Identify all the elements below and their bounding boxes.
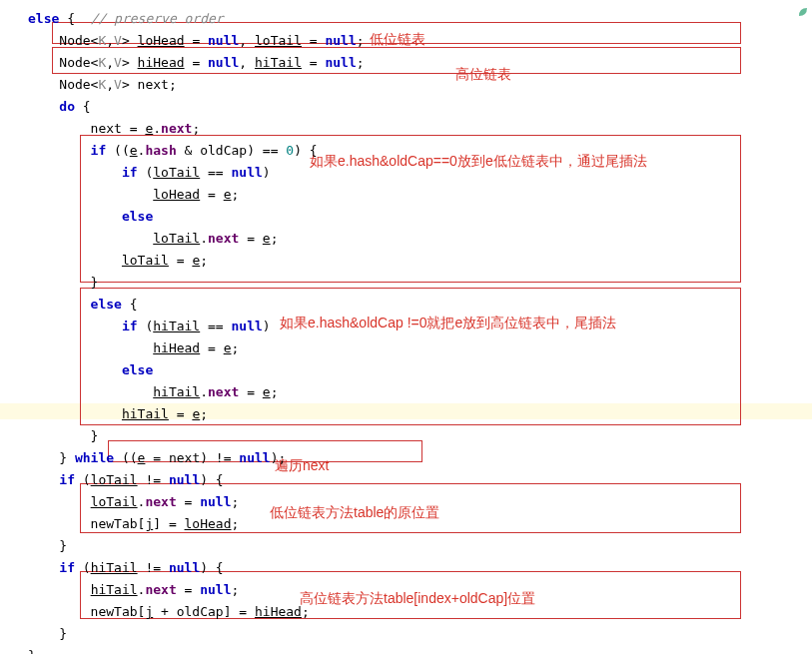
code-line: loTail.next = null; (28, 491, 812, 513)
code-line: } (28, 425, 812, 447)
code-line: if (hiTail == null) (28, 316, 812, 337)
code-line: hiTail.next = e; (28, 381, 812, 403)
code-line: hiTail.next = null; (28, 579, 812, 601)
code-line: if ((e.hash & oldCap) == 0) { (28, 140, 812, 162)
code-line: if (hiTail != null) { (28, 557, 812, 579)
code-line: loTail = e; (28, 250, 812, 272)
code-line: } while ((e = next) != null); (28, 447, 812, 469)
code-line: if (loTail == null) (28, 162, 812, 184)
code-block: 低位链表 高位链表 如果e.hash&oldCap==0放到e低位链表中，通过尾… (0, 0, 812, 654)
code-line: hiTail = e; (28, 403, 812, 425)
code-line: } (28, 535, 812, 557)
code-line: next = e.next; (28, 118, 812, 140)
code-line: loHead = e; (28, 184, 812, 206)
code-line: } (28, 623, 812, 645)
code-line: do { (28, 96, 812, 118)
code-line: else { (28, 294, 812, 316)
code-line: } (28, 645, 812, 654)
code-line: else (28, 359, 812, 381)
code-line: newTab[j + oldCap] = hiHead; (28, 601, 812, 623)
code-line: hiHead = e; (28, 337, 812, 359)
code-line: loTail.next = e; (28, 228, 812, 250)
code-line: else { // preserve order (28, 8, 812, 30)
code-line: Node<K,V> next; (28, 74, 812, 96)
code-line: } (28, 272, 812, 294)
code-line: Node<K,V> loHead = null, loTail = null; (28, 30, 812, 52)
code-line: Node<K,V> hiHead = null, hiTail = null; (28, 52, 812, 74)
code-line: newTab[j] = loHead; (28, 513, 812, 535)
code-line: else (28, 206, 812, 228)
code-line: if (loTail != null) { (28, 469, 812, 491)
